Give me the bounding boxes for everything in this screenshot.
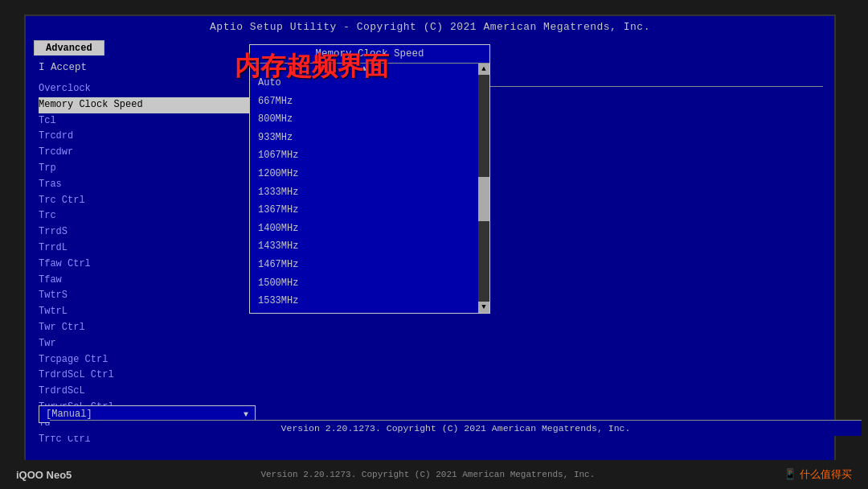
menu-item[interactable]: Trc Ctrl (39, 193, 270, 209)
dropdown-item[interactable]: 1433MHz (250, 237, 478, 256)
menu-item[interactable]: Trp (39, 161, 270, 177)
chinese-overlay-label: 内存超频界面 (235, 49, 389, 84)
dropdown-item[interactable]: 1400MHz (250, 220, 478, 238)
scrollbar-track (478, 75, 489, 302)
dropdown-item[interactable]: 667MHz (250, 92, 478, 111)
bios-title-bar: Aptio Setup Utility - Copyright (C) 2021… (26, 16, 834, 36)
menu-item[interactable]: Tras (39, 177, 270, 193)
bottom-bar: iQOO Neo5 Version 2.20.1273. Copyright (… (0, 460, 868, 489)
menu-item[interactable]: TrdrdScL Ctrl (39, 368, 270, 384)
menu-item[interactable]: TrrdL (39, 240, 270, 257)
device-name: iQOO Neo5 (16, 469, 72, 481)
menu-item[interactable]: Tcl (39, 113, 270, 129)
dropdown-item[interactable]: 1533MHz (250, 292, 478, 310)
menu-item[interactable]: TwtrS (39, 288, 270, 304)
menu-item[interactable]: TrrdS (39, 224, 270, 240)
bios-version-bar: Version 2.20.1273. Copyright (C) 2021 Am… (50, 420, 862, 436)
tab-advanced[interactable]: Advanced (34, 40, 104, 55)
left-panel: I Accept OverclockMemory Clock SpeedTclT… (26, 55, 283, 424)
menu-items: OverclockMemory Clock SpeedTclTrcdrdTrcd… (39, 81, 270, 447)
menu-item[interactable]: Twr (39, 336, 270, 352)
menu-item[interactable]: TwtrL (39, 304, 270, 320)
watermark: 📱 什么值得买 (784, 467, 852, 482)
bios-title: Aptio Setup Utility - Copyright (C) 2021… (210, 21, 650, 33)
dropdown-item[interactable]: 1500MHz (250, 274, 478, 293)
dropdown-item[interactable]: 933MHz (250, 129, 478, 147)
dropdown-item[interactable]: 1067MHz (250, 146, 478, 165)
dropdown-item[interactable]: 1333MHz (250, 183, 478, 202)
menu-item[interactable]: Trcdwr (39, 145, 270, 161)
dropdown-items: Auto667MHz800MHz933MHz1067MHz1200MHz1333… (250, 74, 478, 313)
scrollbar-thumb[interactable] (478, 177, 489, 221)
dropdown-list[interactable]: ▲ Auto667MHz800MHz933MHz1067MHz1200MHz13… (250, 64, 478, 313)
menu-item[interactable]: Tfaw Ctrl (39, 257, 270, 273)
menu-item[interactable]: Trcpage Ctrl (39, 352, 270, 368)
memory-clock-dropdown[interactable]: Memory Clock Speed ▲ Auto667MHz800MHz933… (249, 44, 490, 314)
scrollbar-up-arrow[interactable]: ▲ (478, 64, 489, 75)
menu-item[interactable]: TrdrdScL (39, 384, 270, 400)
dropdown-item[interactable]: 1467MHz (250, 256, 478, 274)
dropdown-item[interactable]: 1200MHz (250, 165, 478, 183)
photo-frame: Aptio Setup Utility - Copyright (C) 2021… (0, 0, 868, 489)
menu-item[interactable]: Tfaw (39, 273, 270, 289)
menu-item[interactable]: Memory Clock Speed (39, 97, 270, 113)
dropdown-item[interactable]: 1567MHz (250, 310, 478, 313)
dropdown-item[interactable]: 1367MHz (250, 201, 478, 220)
version-text-bottom: Version 2.20.1273. Copyright (C) 2021 Am… (260, 470, 595, 479)
menu-item[interactable]: Twr Ctrl (39, 320, 270, 336)
dropdown-arrow-icon: ▼ (244, 410, 248, 419)
scrollbar-down-arrow[interactable]: ▼ (478, 302, 489, 313)
manual-label: [Manual] (46, 409, 92, 420)
dropdown-item[interactable]: 800MHz (250, 110, 478, 129)
menu-item[interactable]: Trc (39, 208, 270, 224)
menu-item[interactable]: Trcdrd (39, 129, 270, 145)
value-icon: 📱 (784, 468, 800, 480)
scrollbar[interactable]: ▲ ▼ (478, 64, 489, 313)
